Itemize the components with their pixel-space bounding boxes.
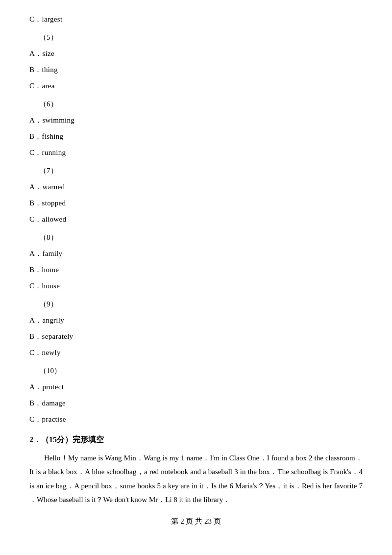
question-7: （7）	[39, 164, 363, 177]
question-5: （5）	[39, 31, 363, 44]
reading-paragraph: Hello！My name is Wang Min．Wang is my 1 n…	[29, 451, 363, 507]
option-7a: A．warned	[29, 180, 363, 194]
question-9: （9）	[39, 298, 363, 311]
option-9b: B．separately	[29, 330, 363, 343]
option-9c: C．newly	[29, 346, 363, 359]
option-5b: B．thing	[29, 63, 363, 76]
option-8b: B．home	[29, 263, 363, 277]
option-c-largest: C．largest	[29, 13, 363, 26]
option-10c: C．practise	[29, 413, 363, 426]
option-7b: B．stopped	[29, 197, 363, 210]
question-8: （8）	[39, 231, 363, 244]
option-7c: C．allowed	[29, 213, 363, 226]
question-6: （6）	[39, 98, 363, 111]
option-9a: A．angrily	[29, 314, 363, 327]
option-6b: B．fishing	[29, 130, 363, 143]
option-10a: A．protect	[29, 380, 363, 394]
section-2-header: 2．（15分）完形填空	[29, 433, 363, 447]
option-8c: C．house	[29, 279, 363, 293]
option-5c: C．area	[29, 79, 363, 93]
page-footer: 第 2 页 共 23 页	[29, 515, 363, 528]
page-content: C．largest （5） A．size B．thing C．area （6） …	[29, 13, 363, 528]
option-5a: A．size	[29, 47, 363, 60]
question-10: （10）	[39, 364, 363, 378]
option-6c: C．running	[29, 146, 363, 159]
option-8a: A．family	[29, 247, 363, 260]
option-6a: A．swimming	[29, 114, 363, 127]
option-10b: B．damage	[29, 397, 363, 410]
